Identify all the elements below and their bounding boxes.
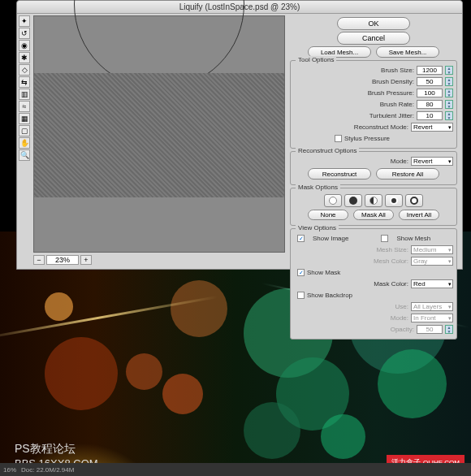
bloat-tool[interactable]: ◇: [19, 64, 30, 76]
save-mesh-button[interactable]: Save Mesh...: [376, 46, 439, 58]
backdrop-use-select: All Layers: [411, 302, 453, 311]
mesh-color-select: Gray: [411, 257, 453, 266]
status-bar: 16% Doc: 22.0M/2.94M: [0, 463, 471, 476]
preview-canvas[interactable]: [33, 15, 285, 253]
reconstruct-tool[interactable]: ↺: [19, 28, 30, 39]
reconstruct-options-group: Reconstruct Options Mode:Revert Reconstr…: [290, 151, 457, 185]
view-options-group: View Options ✓Show Image Show Mesh Mesh …: [290, 228, 457, 340]
stylus-pressure-checkbox[interactable]: [335, 135, 342, 142]
turbulent-jitter-stepper[interactable]: ▲▼: [445, 111, 453, 120]
twirl-tool[interactable]: ◉: [19, 40, 30, 51]
status-doc: Doc: 22.0M/2.94M: [21, 466, 74, 474]
backdrop-opacity-input: 50: [417, 325, 443, 334]
mesh-size-select: Medium: [411, 245, 453, 254]
brush-density-stepper[interactable]: ▲▼: [445, 77, 453, 86]
backdrop-mode-select: In Front: [411, 314, 453, 322]
brush-pressure-input[interactable]: 100: [417, 89, 443, 97]
show-mask-checkbox[interactable]: ✓: [297, 269, 305, 276]
ok-button[interactable]: OK: [337, 17, 410, 30]
mask-add-button[interactable]: [344, 194, 362, 207]
turbulent-jitter-input[interactable]: 10: [417, 111, 443, 120]
mirror-tool[interactable]: ▥: [19, 89, 30, 100]
freeze-mask-tool[interactable]: ▦: [19, 113, 30, 124]
show-backdrop-checkbox[interactable]: [297, 292, 305, 299]
brush-size-input[interactable]: 1200: [417, 66, 443, 75]
options-panel: OK Cancel Load Mesh... Save Mesh... Tool…: [290, 15, 457, 342]
show-image-checkbox[interactable]: ✓: [297, 235, 305, 242]
mask-none-button[interactable]: None: [308, 210, 348, 220]
mask-invert-button[interactable]: [405, 194, 423, 207]
hand-tool[interactable]: ✋: [19, 137, 30, 149]
tool-options-group: Tool Options Brush Size:1200▲▼ Brush Den…: [290, 60, 457, 149]
brush-rate-stepper[interactable]: ▲▼: [445, 100, 453, 109]
thaw-mask-tool[interactable]: ▢: [19, 125, 30, 136]
mask-all-button[interactable]: Mask All: [353, 210, 394, 220]
push-left-tool[interactable]: ⇆: [19, 76, 30, 88]
zoom-controls: − 23% +: [33, 254, 285, 266]
opacity-stepper: ▲▼: [445, 325, 453, 334]
watermark-forum: PS教程论坛: [15, 442, 76, 457]
mask-subtract-button[interactable]: [365, 194, 382, 207]
pucker-tool[interactable]: ✱: [19, 52, 30, 63]
forward-warp-tool[interactable]: ✦: [19, 15, 30, 27]
mask-color-select[interactable]: Red: [411, 279, 453, 288]
reconstruct-button[interactable]: Reconstruct: [308, 168, 371, 180]
mask-replace-button[interactable]: [324, 194, 342, 207]
brush-pressure-stepper[interactable]: ▲▼: [445, 89, 453, 97]
mask-invert-all-button[interactable]: Invert All: [399, 210, 439, 220]
brush-size-stepper[interactable]: ▲▼: [445, 66, 453, 75]
zoom-in-button[interactable]: +: [80, 255, 92, 265]
status-zoom: 16%: [3, 466, 16, 474]
mask-intersect-button[interactable]: [385, 194, 403, 207]
tool-column: ✦ ↺ ◉ ✱ ◇ ⇆ ▥ ≈ ▦ ▢ ✋ 🔍: [19, 15, 32, 162]
zoom-value[interactable]: 23%: [46, 255, 79, 265]
zoom-tool[interactable]: 🔍: [19, 149, 30, 161]
brush-density-input[interactable]: 50: [417, 77, 443, 86]
mask-options-group: Mask Options None Mask All Invert All: [290, 188, 457, 226]
zoom-out-button[interactable]: −: [33, 255, 45, 265]
cancel-button[interactable]: Cancel: [337, 32, 410, 45]
reconstruct-mode-select[interactable]: Revert: [411, 123, 453, 132]
brush-rate-input[interactable]: 80: [417, 100, 443, 109]
liquify-dialog: Liquify (LostInSpace.psd @ 23%) ✦ ↺ ◉ ✱ …: [16, 0, 463, 270]
turbulence-tool[interactable]: ≈: [19, 101, 30, 112]
recon-mode-select[interactable]: Revert: [411, 157, 453, 166]
show-mesh-checkbox[interactable]: [381, 235, 388, 242]
restore-all-button[interactable]: Restore All: [376, 168, 439, 180]
